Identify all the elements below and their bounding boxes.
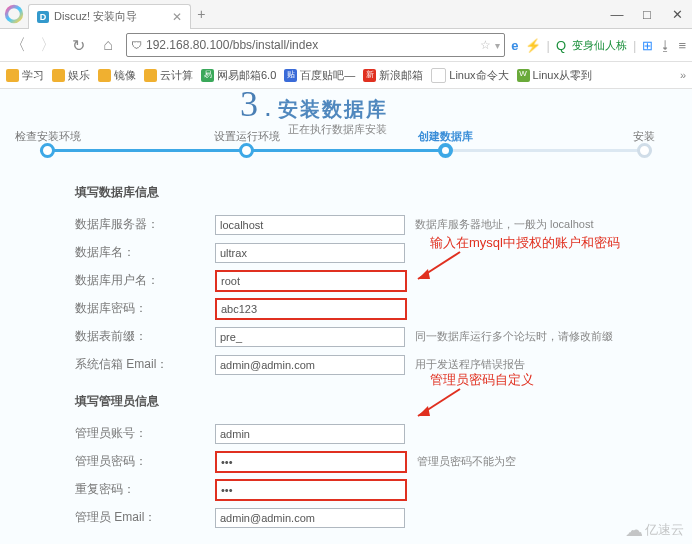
bookmark-bar: 学习 娱乐 镜像 云计算 易网易邮箱6.0 贴百度贴吧— 新新浪邮箱 Linux… bbox=[0, 62, 692, 89]
db-mail-hint: 用于发送程序错误报告 bbox=[415, 357, 662, 372]
install-progress: 检查安装环境 设置运行环境 创建数据库 安装 bbox=[40, 149, 652, 152]
window-maximize-button[interactable]: □ bbox=[632, 0, 662, 28]
svg-point-0 bbox=[7, 7, 22, 22]
svg-marker-2 bbox=[418, 269, 430, 279]
cloud-icon: ☁ bbox=[625, 519, 643, 541]
bookmark-item[interactable]: 贴百度贴吧— bbox=[284, 68, 355, 83]
bookmark-item[interactable]: 易网易邮箱6.0 bbox=[201, 68, 276, 83]
arrow-icon bbox=[410, 386, 465, 426]
db-pass-input[interactable] bbox=[215, 298, 407, 320]
window-minimize-button[interactable]: — bbox=[602, 0, 632, 28]
db-name-label: 数据库名： bbox=[75, 244, 215, 261]
address-bar[interactable]: 🛡 192.168.80.100/bbs/install/index ☆ ▾ bbox=[126, 33, 505, 57]
section-db-title: 填写数据库信息 bbox=[75, 184, 662, 201]
db-mail-input[interactable] bbox=[215, 355, 405, 375]
db-prefix-hint: 同一数据库运行多个论坛时，请修改前缀 bbox=[415, 329, 662, 344]
url-dropdown-icon[interactable]: ▾ bbox=[495, 40, 500, 51]
bookmark-item[interactable]: 镜像 bbox=[98, 68, 136, 83]
db-server-input[interactable] bbox=[215, 215, 405, 235]
tab-title: Discuz! 安装向导 bbox=[54, 9, 137, 24]
db-server-hint: 数据库服务器地址，一般为 localhost bbox=[415, 217, 662, 232]
admin-pass2-input[interactable] bbox=[215, 479, 407, 501]
watermark: ☁ 亿速云 bbox=[625, 519, 684, 541]
ie-mode-icon[interactable]: e bbox=[511, 38, 518, 53]
star-icon[interactable]: ☆ bbox=[480, 38, 491, 52]
db-mail-label: 系统信箱 Email： bbox=[75, 356, 215, 373]
admin-mail-input[interactable] bbox=[215, 508, 405, 528]
admin-pass2-label: 重复密码： bbox=[75, 481, 215, 498]
url-text: 192.168.80.100/bbs/install/index bbox=[146, 38, 476, 52]
db-user-input[interactable] bbox=[215, 270, 407, 292]
bookmark-item[interactable]: 新新浪邮箱 bbox=[363, 68, 423, 83]
bookmark-overflow-icon[interactable]: » bbox=[680, 69, 686, 81]
bookmark-item[interactable]: 学习 bbox=[6, 68, 44, 83]
step-label: 检查安装环境 bbox=[8, 129, 88, 144]
apps-icon[interactable]: ⊞ bbox=[642, 38, 653, 53]
browser-logo bbox=[0, 0, 28, 28]
back-button[interactable]: 〈 bbox=[6, 33, 30, 57]
db-pass-label: 数据库密码： bbox=[75, 300, 215, 317]
menu-icon[interactable]: ≡ bbox=[678, 38, 686, 53]
ext-text: 变身仙人栋 bbox=[572, 38, 627, 53]
db-name-input[interactable] bbox=[215, 243, 405, 263]
step-label: 创建数据库 bbox=[405, 129, 485, 144]
svg-marker-4 bbox=[418, 406, 430, 416]
admin-pass-label: 管理员密码： bbox=[75, 453, 215, 470]
admin-mail-label: 管理员 Email： bbox=[75, 509, 215, 526]
bookmark-item[interactable]: 娱乐 bbox=[52, 68, 90, 83]
bookmark-item[interactable]: Linux命令大 bbox=[431, 68, 508, 83]
arrow-icon bbox=[410, 249, 465, 289]
tab-favicon: D bbox=[37, 11, 49, 23]
reload-button[interactable]: ↻ bbox=[66, 33, 90, 57]
bookmark-item[interactable]: WLinux从零到 bbox=[517, 68, 592, 83]
step-label: 安装 bbox=[604, 129, 684, 144]
step-title: 安装数据库 bbox=[278, 96, 388, 123]
qq-icon[interactable]: Q bbox=[556, 38, 566, 53]
section-admin-title: 填写管理员信息 bbox=[75, 393, 662, 410]
db-prefix-label: 数据表前缀： bbox=[75, 328, 215, 345]
admin-pass-input[interactable] bbox=[215, 451, 407, 473]
new-tab-button[interactable]: + bbox=[197, 6, 205, 22]
admin-user-input[interactable] bbox=[215, 424, 405, 444]
admin-pass-hint: 管理员密码不能为空 bbox=[417, 454, 662, 469]
step-label: 设置运行环境 bbox=[207, 129, 287, 144]
db-server-label: 数据库服务器： bbox=[75, 216, 215, 233]
home-button[interactable]: ⌂ bbox=[96, 33, 120, 57]
db-user-label: 数据库用户名： bbox=[75, 272, 215, 289]
tab-close-icon[interactable]: ✕ bbox=[172, 10, 182, 24]
browser-tab[interactable]: D Discuz! 安装向导 ✕ bbox=[28, 4, 191, 29]
forward-button[interactable]: 〉 bbox=[36, 33, 60, 57]
db-prefix-input[interactable] bbox=[215, 327, 405, 347]
shield-icon: 🛡 bbox=[131, 39, 142, 51]
window-close-button[interactable]: ✕ bbox=[662, 0, 692, 28]
step-number: 3 bbox=[240, 89, 258, 125]
admin-user-label: 管理员账号： bbox=[75, 425, 215, 442]
flash-icon[interactable]: ⚡ bbox=[525, 38, 541, 53]
bookmark-item[interactable]: 云计算 bbox=[144, 68, 193, 83]
download-icon[interactable]: ⭳ bbox=[659, 38, 672, 53]
